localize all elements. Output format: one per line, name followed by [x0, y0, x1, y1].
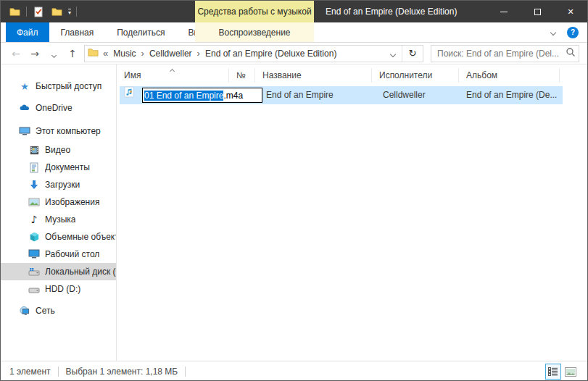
maximize-button[interactable] [521, 1, 554, 22]
customize-qat-chevron[interactable]: ▾ [68, 9, 71, 15]
sidebar-item-this-pc[interactable]: Этот компьютер [1, 122, 116, 140]
navigation-pane: ★ Быстрый доступ OneDrive Этот компьютер [1, 64, 117, 361]
sidebar-item-onedrive[interactable]: OneDrive [1, 99, 116, 117]
file-album-cell: End of an Empire (De... [462, 86, 563, 104]
search-input[interactable] [437, 49, 566, 59]
breadcrumb-album[interactable]: End of an Empire (Deluxe Edition) [205, 49, 336, 59]
minimize-icon [500, 12, 508, 12]
view-toggle-buttons [545, 364, 579, 380]
up-icon[interactable]: ↑ [63, 48, 82, 59]
ribbon-right-controls: ? [551, 22, 587, 42]
sidebar-item-music[interactable]: ♪ Музыка [1, 211, 116, 228]
address-dropdown-chevron-icon[interactable] [384, 49, 402, 59]
main-area: ★ Быстрый доступ OneDrive Этот компьютер [1, 64, 587, 361]
breadcrumb-separator: › [192, 48, 205, 59]
explorer-folder-icon[interactable] [8, 5, 21, 18]
breadcrumb-celldweller[interactable]: Celldweller [149, 49, 192, 59]
column-header-name[interactable]: Имя [117, 68, 229, 83]
videos-icon [28, 144, 40, 156]
column-header-number[interactable]: № [229, 68, 255, 83]
sidebar-item-local-disk-c[interactable]: Локальный диск (C:) [1, 263, 116, 280]
window-controls: ✕ [487, 1, 587, 22]
details-view-icon[interactable] [545, 364, 561, 380]
sidebar-item-pictures[interactable]: Изображения [1, 193, 116, 211]
drive-icon [28, 283, 40, 295]
rename-selected-text: 01 End of an Empire [144, 91, 223, 101]
minimize-button[interactable] [487, 1, 521, 22]
search-icon[interactable] [566, 47, 576, 59]
recent-locations-chevron-icon[interactable] [44, 48, 63, 59]
pictures-icon [28, 196, 40, 208]
file-artists-cell: Celldweller [375, 86, 462, 104]
search-box [431, 45, 579, 62]
column-header-album[interactable]: Альбом [459, 68, 560, 83]
forward-icon[interactable]: → [25, 48, 44, 59]
sort-ascending-chevron-icon [170, 63, 174, 78]
new-folder-icon[interactable] [50, 5, 63, 18]
documents-icon [28, 162, 40, 173]
window-title: End of an Empire (Deluxe Edition) [326, 1, 457, 22]
quick-access-star-icon: ★ [19, 80, 30, 92]
desktop-icon [28, 248, 40, 260]
nav-arrows: ← → ↑ [1, 48, 82, 59]
m4a-audio-file-icon [123, 86, 135, 104]
quick-access-toolbar: ▾ [1, 5, 77, 18]
tab-playback[interactable]: Воспроизведение [207, 28, 302, 38]
rename-extension-text: .m4a [223, 91, 243, 101]
file-row[interactable]: End of an Empire Celldweller End of an E… [120, 86, 563, 104]
column-headers: Имя № Название Исполнители Альбом [117, 64, 587, 86]
items-count: 1 элемент [9, 367, 51, 377]
status-bar: 1 элемент Выбран 1 элемент: 1,18 МБ [1, 361, 587, 381]
status-divider [185, 367, 186, 377]
navigation-bar: ← → ↑ « Music › Celldweller › End of an … [1, 43, 587, 64]
contextual-tab-group-label[interactable]: Средства работы с музыкой [195, 1, 314, 22]
system-drive-icon [28, 266, 40, 277]
properties-icon[interactable] [32, 5, 45, 18]
contextual-tab-background: Воспроизведение [195, 22, 314, 42]
chevron-down-icon[interactable] [550, 29, 556, 35]
qat-separator [26, 7, 27, 17]
sidebar-item-documents[interactable]: Документы [1, 159, 116, 176]
tab-file[interactable]: Файл [6, 22, 49, 42]
folder-icon [88, 47, 99, 60]
rename-input[interactable]: 01 End of an Empire .m4a [142, 88, 262, 103]
sidebar-item-desktop[interactable]: Рабочий стол [1, 246, 116, 263]
sidebar-item-hdd-d[interactable]: HDD (D:) [1, 280, 116, 298]
column-header-artists[interactable]: Исполнители [372, 68, 459, 83]
sidebar-item-network[interactable]: Сеть [1, 302, 116, 319]
downloads-icon [28, 179, 40, 190]
onedrive-cloud-icon [19, 102, 30, 114]
tab-home[interactable]: Главная [49, 22, 106, 42]
qat-separator [76, 7, 77, 17]
sidebar-item-quick-access[interactable]: ★ Быстрый доступ [1, 78, 116, 95]
refresh-icon[interactable]: ↻ [402, 48, 423, 59]
collapsed-crumbs[interactable]: « [103, 48, 113, 59]
help-icon[interactable]: ? [567, 27, 579, 38]
explorer-window: ▾ Средства работы с музыкой End of an Em… [0, 0, 588, 381]
breadcrumb-music[interactable]: Music [113, 49, 136, 59]
network-icon [19, 305, 30, 317]
file-title-cell: End of an Empire [258, 86, 375, 104]
breadcrumb-separator: › [136, 48, 149, 59]
music-icon: ♪ [28, 214, 40, 225]
title-bar: ▾ Средства работы с музыкой End of an Em… [1, 1, 587, 22]
sidebar-item-3d-objects[interactable]: Объемные объекты [1, 228, 116, 246]
tab-share[interactable]: Поделиться [105, 22, 176, 42]
3d-objects-icon [28, 231, 40, 243]
this-pc-icon [19, 125, 30, 137]
close-button[interactable]: ✕ [554, 1, 587, 22]
large-icons-view-icon[interactable] [563, 364, 579, 380]
ribbon-tab-row: Воспроизведение Файл Главная Поделиться … [1, 22, 587, 43]
status-divider [58, 367, 59, 377]
back-icon[interactable]: ← [7, 48, 25, 59]
file-list-pane: Имя № Название Исполнители Альбом End of… [117, 64, 587, 361]
maximize-icon [534, 9, 541, 15]
selection-info: Выбран 1 элемент: 1,18 МБ [66, 367, 178, 377]
sidebar-item-downloads[interactable]: Загрузки [1, 176, 116, 193]
address-right-controls: ↻ [384, 46, 423, 62]
column-header-title[interactable]: Название [255, 68, 372, 83]
address-bar[interactable]: « Music › Celldweller › End of an Empire… [84, 45, 423, 62]
sidebar-item-videos[interactable]: Видео [1, 141, 116, 159]
